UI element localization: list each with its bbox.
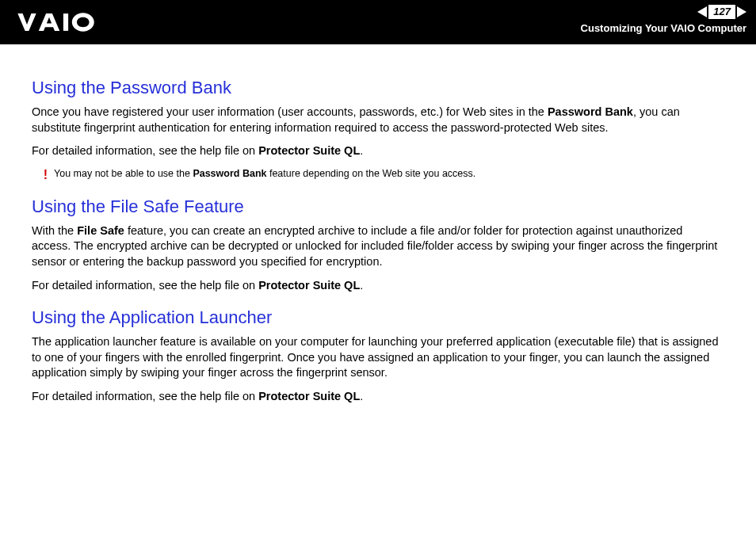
heading-password-bank: Using the Password Bank — [32, 78, 724, 98]
page-content: Using the Password Bank Once you have re… — [0, 44, 756, 404]
bold-text: Protector Suite QL — [258, 390, 360, 402]
bold-text: File Safe — [77, 224, 124, 237]
note-text: You may not be able to use the Password … — [54, 167, 724, 181]
para: With the File Safe feature, you can crea… — [32, 223, 724, 270]
breadcrumb: Customizing Your VAIO Computer — [581, 22, 746, 34]
text: Once you have registered your user infor… — [32, 105, 548, 118]
bold-text: Password Bank — [548, 105, 633, 118]
vaio-logo — [14, 11, 117, 33]
text: For detailed information, see the help f… — [32, 390, 258, 402]
text: feature, you can create an encrypted arc… — [32, 224, 717, 268]
page-nav: 127 — [697, 5, 746, 19]
text: For detailed information, see the help f… — [32, 279, 258, 292]
svg-rect-0 — [63, 13, 68, 31]
next-page-icon[interactable] — [737, 6, 746, 17]
heading-app-launcher: Using the Application Launcher — [32, 307, 724, 328]
text: . — [360, 144, 363, 157]
bold-text: Protector Suite QL — [258, 144, 360, 157]
para: Once you have registered your user infor… — [32, 105, 724, 135]
exclamation-icon: ! — [32, 167, 54, 182]
para: The application launcher feature is avai… — [32, 334, 724, 381]
text: feature depending on the Web site you ac… — [266, 168, 475, 179]
para: For detailed information, see the help f… — [32, 389, 724, 405]
para: For detailed information, see the help f… — [32, 278, 724, 294]
text: . — [360, 279, 363, 292]
warning-note: ! You may not be able to use the Passwor… — [32, 167, 724, 182]
para: For detailed information, see the help f… — [32, 143, 724, 159]
prev-page-icon[interactable] — [697, 6, 707, 17]
text: For detailed information, see the help f… — [32, 144, 258, 157]
text: With the — [32, 224, 77, 237]
page-number: 127 — [708, 5, 735, 19]
header-bar: 127 Customizing Your VAIO Computer — [0, 0, 756, 44]
bold-text: Protector Suite QL — [258, 279, 360, 292]
text: . — [360, 390, 363, 402]
heading-file-safe: Using the File Safe Feature — [32, 196, 724, 217]
bold-text: Password Bank — [193, 168, 266, 179]
text: You may not be able to use the — [54, 168, 193, 179]
